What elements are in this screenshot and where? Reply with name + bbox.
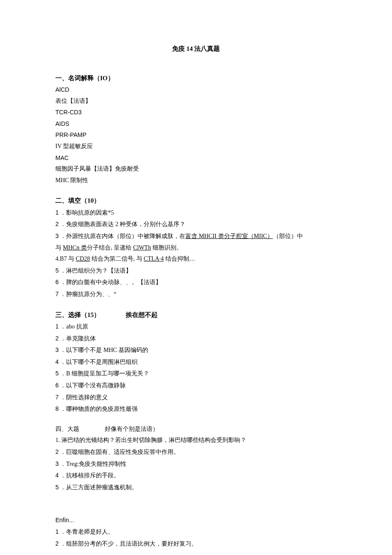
s3-item-2: 2 ．单克隆抗体 (55, 333, 337, 345)
s3-item-6: 6 ．以下哪个没有高微静脉 (55, 380, 337, 392)
text: ．以下哪个没有高微静脉 (59, 382, 126, 389)
text: ．阴性选择的意义 (59, 394, 108, 401)
num: 1 (55, 323, 59, 330)
heading-a: 三、选择（15） (55, 311, 100, 318)
num: 7 (55, 291, 59, 297)
s1-item-9: MHC 限制性 (55, 175, 337, 186)
text: ．哪种物质的的免疫原性最强 (59, 406, 138, 412)
text: ．肿瘤抗原分为、、° (59, 291, 116, 297)
text: ．以下哪个不是 MHC 基因编码的 (59, 347, 148, 353)
text: ．脾的白髓有中央动脉、、。【法语】 (59, 279, 162, 285)
num: 4 (55, 472, 59, 479)
underline-text: CTLA·4 (144, 256, 164, 262)
text: ．组胚部分考的不少，且法语比例大，要好好复习。 (59, 540, 198, 547)
text: ．单克隆抗体 (59, 335, 96, 342)
s2-item-2: 2 ．免疫细胞表面表达 2 种受体，分别什么基序？ (55, 218, 337, 230)
text: ．影响抗原的因素*5 (59, 209, 114, 216)
s4-item-2: 2 ．巨噬细胞在固有、适应性免疫应答中作用。 (55, 446, 337, 458)
num: 1 (55, 209, 59, 216)
num: 2 (55, 448, 59, 455)
s3-item-4: 4 ．以下哪个不是周围淋巴组织 (55, 356, 337, 368)
s2-item-7: 7 ．肿瘤抗原分为、、° (55, 288, 337, 300)
text: ．冬青老师是好人。 (59, 529, 114, 535)
heading-a: 四、大题 (55, 426, 79, 432)
section-1-heading: 一、名词解释（IO） (55, 72, 337, 84)
section-3-heading: 三、选择（15）挨在想不起 (55, 309, 337, 321)
section-4-heading: 四、大题好像有个别是法语） (55, 424, 337, 435)
s1-item-4: AIDS (55, 118, 337, 130)
s2-item-3b: 与 MHCn 类分子结合, 呈递给 ClWTh 细胞识别。 (55, 242, 337, 254)
page-title: 免疫 14 法八真题 (55, 43, 337, 55)
s3-item-7: 7 ．阴性选择的意义 (55, 392, 337, 404)
section-2-heading: 二、填空（10） (55, 195, 337, 207)
s3-item-8: 8 ．哪种物质的的免疫原性最强 (55, 403, 337, 415)
section-5: Enfin... 1 ．冬青老师是好人。 2 ．组胚部分考的不少，且法语比例大，… (55, 514, 337, 549)
text: ．抗移植排斥的手段。 (59, 472, 120, 479)
underline-text: CD28 (76, 256, 90, 262)
num: 8 (55, 405, 59, 412)
s4-item-5: 5 ．从三方面述肿瘤逃逸机制。 (55, 482, 337, 494)
num: 6 (55, 279, 59, 285)
heading-b: 挨在想不起 (126, 311, 158, 318)
section-5-heading: Enfin... (55, 514, 337, 526)
section-2: 二、填空（10） 1 ．影响抗原的因素*5 2 ．免疫细胞表面表达 2 种受体，… (55, 195, 337, 300)
num: 2 (55, 540, 59, 547)
text: 4.B7 与 (55, 256, 76, 262)
underline-text: MHCn 类 (63, 244, 87, 251)
s2-item-6: 6 ．脾的白髓有中央动脉、、。【法语】 (55, 276, 337, 288)
text: （部位）中 (273, 233, 303, 239)
s3-item-3: 3 ．以下哪个不是 MHC 基因编码的 (55, 344, 337, 356)
num: 1 (55, 528, 59, 535)
text: 结合为第二信号, 与 (90, 256, 144, 262)
s2-item-5: 5 ．淋巴组织分为？【法语】 (55, 265, 337, 277)
text: ．免疫细胞表面表达 2 种受体，分别什么基序？ (59, 221, 186, 227)
text: ．Treg:免疫失能性抑制性 (59, 461, 127, 467)
text: ．B 细胞提呈加工与哪一项无关？ (59, 370, 149, 377)
num: 5 (55, 267, 59, 274)
s1-item-1: AlCD (55, 84, 337, 96)
s1-item-2: 表位【法语】 (55, 96, 337, 107)
section-4: 四、大题好像有个别是法语） 1. 淋巴结的光镜结构？若出生时切除胸腺，淋巴结哪些… (55, 424, 337, 494)
num: 3 (55, 346, 59, 353)
s1-item-6: IV 型超敏反应 (55, 141, 337, 152)
text: ．外源性抗原在内体（部位）中被降解成肽，在 (59, 233, 186, 239)
s5-item-2: 2 ．组胚部分考的不少，且法语比例大，要好好复习。 (55, 538, 337, 550)
section-3: 三、选择（15）挨在想不起 1 ．abo 抗原 2 ．单克隆抗体 3 ．以下哪个… (55, 309, 337, 415)
s1-item-8: 细胞因子风暴【法语】免疫耐受 (55, 163, 337, 175)
num: 5 (55, 484, 59, 491)
heading-b: 好像有个别是法语） (105, 426, 159, 432)
s3-item-1: 1 ．abo 抗原 (55, 321, 337, 333)
s1-item-5: PRR-PAMP (55, 129, 337, 141)
s5-item-1: 1 ．冬青老师是好人。 (55, 526, 337, 538)
text: 与 (55, 244, 63, 251)
s1-item-7: MAC (55, 152, 337, 164)
s2-item-3: 3 ．外源性抗原在内体（部位）中被降解成肽，在富含 MHCII 类分子腔室（MI… (55, 230, 337, 242)
text: ．淋巴组织分为？【法语】 (59, 267, 132, 274)
s2-item-4: 4.B7 与 CD28 结合为第二信号, 与 CTLA·4 结合抑制… (55, 253, 337, 265)
text: 细胞识别。 (151, 244, 182, 251)
num: 2 (55, 221, 59, 227)
text: 结合抑制… (164, 256, 195, 262)
s4-item-1: 1. 淋巴结的光镜结构？若出生时切除胸腺，淋巴结哪些结构会受到影响？ (55, 435, 337, 446)
text: 分子结合, 呈递给 (87, 244, 133, 251)
text: ．巨噬细胞在固有、适应性免疫应答中作用。 (59, 449, 180, 455)
underline-text: ClWTh (133, 244, 151, 251)
s3-item-5: 5 ．B 细胞提呈加工与哪一项无关？ (55, 368, 337, 380)
text: ．以下哪个不是周围淋巴组织 (59, 359, 138, 365)
s2-item-1: 1 ．影响抗原的因素*5 (55, 207, 337, 219)
num: 3 (55, 460, 59, 467)
num: 5 (55, 370, 59, 377)
text: ．abo 抗原 (59, 323, 88, 330)
section-1: 一、名词解释（IO） AlCD 表位【法语】 TCR-CD3 AIDS PRR-… (55, 72, 337, 186)
num: 2 (55, 335, 59, 342)
num: 7 (55, 394, 59, 401)
num: 4 (55, 358, 59, 365)
text: ．从三方面述肿瘤逃逸机制。 (59, 484, 138, 491)
s4-item-3: 3 ．Treg:免疫失能性抑制性 (55, 458, 337, 470)
s1-item-3: TCR-CD3 (55, 107, 337, 118)
num: 3 (55, 232, 59, 239)
s4-item-4: 4 ．抗移植排斥的手段。 (55, 470, 337, 482)
num: 6 (55, 382, 59, 389)
underline-text: 富含 MHCII 类分子腔室（MIIC） (185, 233, 273, 239)
